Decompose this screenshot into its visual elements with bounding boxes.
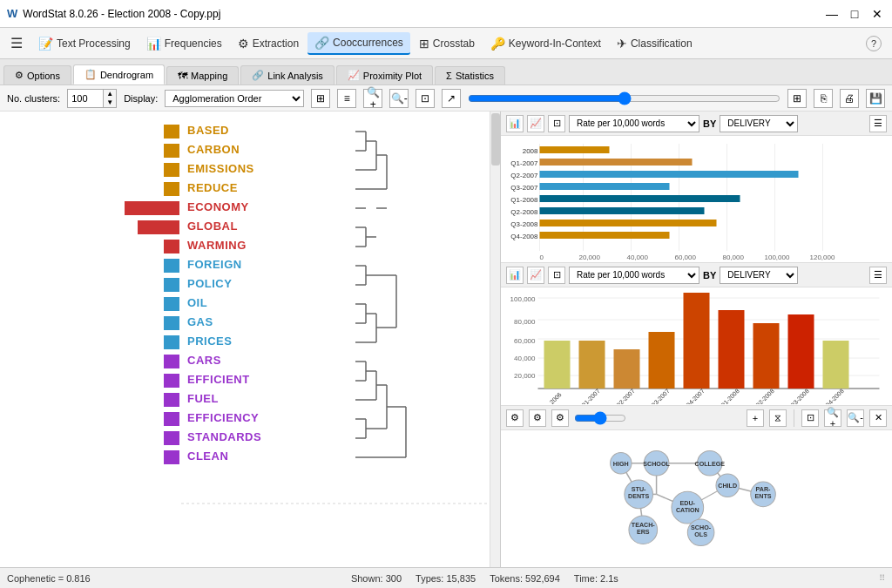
svg-rect-106 bbox=[614, 349, 640, 389]
time-value: Time: 2.1s bbox=[574, 573, 618, 584]
tab-options[interactable]: ⚙ Options bbox=[3, 65, 71, 84]
clusters-input[interactable] bbox=[68, 90, 103, 107]
svg-text:Q2-2008: Q2-2008 bbox=[510, 208, 538, 216]
svg-text:ENTS: ENTS bbox=[755, 494, 772, 501]
table-btn[interactable]: ≡ bbox=[337, 89, 356, 108]
svg-text:2008: 2008 bbox=[523, 147, 538, 155]
close-btn[interactable]: ✕ bbox=[869, 6, 885, 22]
svg-text:DENTS: DENTS bbox=[628, 494, 649, 501]
export-btn[interactable]: ↗ bbox=[442, 89, 461, 108]
scatter-btn[interactable]: ⊡ bbox=[548, 115, 565, 132]
app-icon: W bbox=[7, 7, 17, 20]
extraction-icon: ⚙ bbox=[238, 37, 249, 51]
display-label: Display: bbox=[124, 93, 158, 104]
copy-btn[interactable]: ⎘ bbox=[814, 89, 833, 108]
resize-handle[interactable]: ⠿ bbox=[879, 573, 885, 583]
statistics-tab-icon: Σ bbox=[446, 71, 452, 81]
word-clean: CLEAN bbox=[187, 446, 261, 465]
display-select[interactable]: Agglomeration Order Alphabetical Frequen… bbox=[165, 90, 304, 107]
cooccurrences-menu[interactable]: 🔗 Cooccurrences bbox=[307, 32, 410, 55]
crosstab-menu[interactable]: ⊞ Crosstab bbox=[412, 33, 482, 54]
metric-select-top[interactable]: Rate per 10,000 words bbox=[569, 115, 699, 132]
fit-btn[interactable]: ⊡ bbox=[416, 89, 435, 108]
tab-statistics[interactable]: Σ Statistics bbox=[435, 66, 505, 84]
keyword-in-context-menu[interactable]: 🔑 Keyword-In-Context bbox=[483, 33, 608, 54]
svg-rect-17 bbox=[164, 450, 179, 464]
zoom-out-btn2[interactable]: 🔍- bbox=[847, 409, 864, 427]
help-menu[interactable]: ? bbox=[859, 32, 889, 55]
h-bar-svg: 0 20,000 40,000 60,000 80,000 100,000 12… bbox=[506, 139, 887, 261]
svg-rect-7 bbox=[164, 259, 179, 273]
proximity-tab-icon: 📈 bbox=[348, 70, 360, 81]
svg-text:40,000: 40,000 bbox=[514, 355, 536, 362]
plus-btn[interactable]: + bbox=[747, 409, 764, 427]
bar-chart-icon-btn2[interactable]: 📊 bbox=[506, 267, 524, 284]
bar-chart-icon-btn[interactable]: 📊 bbox=[506, 115, 524, 132]
crosstab-icon: ⊞ bbox=[419, 37, 429, 51]
save-btn[interactable]: 💾 bbox=[866, 89, 885, 108]
zoom-in-btn2[interactable]: 🔍+ bbox=[824, 409, 841, 427]
filter-btn[interactable]: ⧖ bbox=[769, 409, 787, 427]
grid-view-btn[interactable]: ⊞ bbox=[311, 89, 330, 108]
maximize-btn[interactable]: □ bbox=[847, 6, 862, 22]
svg-rect-16 bbox=[164, 431, 179, 445]
svg-rect-92 bbox=[540, 232, 670, 239]
clusters-up-btn[interactable]: ▲ bbox=[104, 90, 116, 98]
line-chart-btn[interactable]: 📈 bbox=[527, 115, 544, 132]
clusters-down-btn[interactable]: ▼ bbox=[104, 98, 116, 107]
gear-btn[interactable]: ⚙ bbox=[506, 409, 524, 427]
tab-proximity-plot[interactable]: 📈 Proximity Plot bbox=[336, 65, 433, 84]
scatter-btn2[interactable]: ⊡ bbox=[548, 267, 565, 284]
magnet-btn[interactable]: ⚙ bbox=[529, 409, 546, 427]
svg-rect-104 bbox=[544, 341, 571, 389]
extraction-menu[interactable]: ⚙ Extraction bbox=[231, 33, 306, 54]
proximity-slider[interactable] bbox=[574, 413, 626, 423]
by-select-top[interactable]: DELIVERY bbox=[720, 115, 798, 132]
tab-dendrogram[interactable]: 📋 Dendrogram bbox=[73, 64, 165, 84]
svg-text:SCHOOL: SCHOOL bbox=[643, 461, 670, 468]
mapping-tab-icon: 🗺 bbox=[178, 71, 187, 81]
svg-text:Q1-2007: Q1-2007 bbox=[580, 388, 602, 404]
dendrogram-inner: BASED CARBON EMISSIONS REDUCE ECONOMY GL… bbox=[0, 112, 500, 567]
word-foreign: FOREIGN bbox=[187, 254, 261, 274]
dendrogram-panel: BASED CARBON EMISSIONS REDUCE ECONOMY GL… bbox=[0, 112, 501, 567]
grid-btn2[interactable]: ⊞ bbox=[787, 89, 807, 108]
dendrogram-tab-icon: 📋 bbox=[84, 69, 97, 80]
keyword-icon: 🔑 bbox=[490, 37, 505, 51]
word-efficient: EFFICIENT bbox=[187, 369, 261, 389]
menu-btn-bottom[interactable]: ☰ bbox=[869, 267, 887, 284]
word-reduce: REDUCE bbox=[187, 178, 261, 197]
print-btn[interactable]: 🖨 bbox=[840, 89, 859, 108]
metric-select-bottom[interactable]: Rate per 10,000 words bbox=[569, 267, 699, 284]
svg-text:PAR-: PAR- bbox=[756, 486, 772, 493]
minimize-btn[interactable]: — bbox=[824, 6, 840, 22]
frequencies-menu[interactable]: 📊 Frequencies bbox=[139, 33, 229, 54]
select-btn[interactable]: ⊡ bbox=[801, 409, 819, 427]
reset-btn[interactable]: ✕ bbox=[869, 409, 887, 427]
svg-text:Q3-2008: Q3-2008 bbox=[789, 388, 811, 404]
vertical-bar-chart: 100,000 80,000 60,000 40,000 20,000 bbox=[501, 287, 892, 405]
tab-mapping[interactable]: 🗺 Mapping bbox=[166, 66, 239, 84]
tab-link-analysis[interactable]: 🔗 Link Analysis bbox=[240, 65, 334, 84]
svg-text:Q3-2008: Q3-2008 bbox=[510, 220, 538, 228]
line-chart-btn2[interactable]: 📈 bbox=[527, 267, 544, 284]
svg-rect-110 bbox=[753, 323, 780, 389]
settings-btn[interactable]: ⚙ bbox=[551, 409, 569, 427]
classification-menu[interactable]: ✈ Classification bbox=[610, 33, 699, 54]
menu-btn-top[interactable]: ☰ bbox=[869, 115, 887, 132]
word-standards: STANDARDS bbox=[187, 427, 261, 446]
status-stats: Shown: 300 Types: 15,835 Tokens: 592,694… bbox=[351, 573, 618, 584]
svg-text:EDU-: EDU- bbox=[680, 500, 696, 507]
scroll-bar[interactable] bbox=[490, 112, 500, 567]
svg-text:20,000: 20,000 bbox=[579, 253, 601, 261]
by-label2: BY bbox=[703, 270, 716, 280]
svg-rect-86 bbox=[540, 159, 693, 166]
hamburger-menu[interactable]: ☰ bbox=[3, 31, 30, 55]
scroll-thumb[interactable] bbox=[491, 113, 500, 166]
svg-text:120,000: 120,000 bbox=[810, 253, 835, 261]
by-select-bottom[interactable]: DELIVERY bbox=[720, 267, 798, 284]
zoom-out-btn[interactable]: 🔍- bbox=[389, 89, 409, 108]
zoom-in-btn[interactable]: 🔍+ bbox=[363, 89, 382, 108]
text-processing-menu[interactable]: 📝 Text Processing bbox=[31, 33, 138, 54]
range-slider[interactable] bbox=[468, 91, 780, 105]
